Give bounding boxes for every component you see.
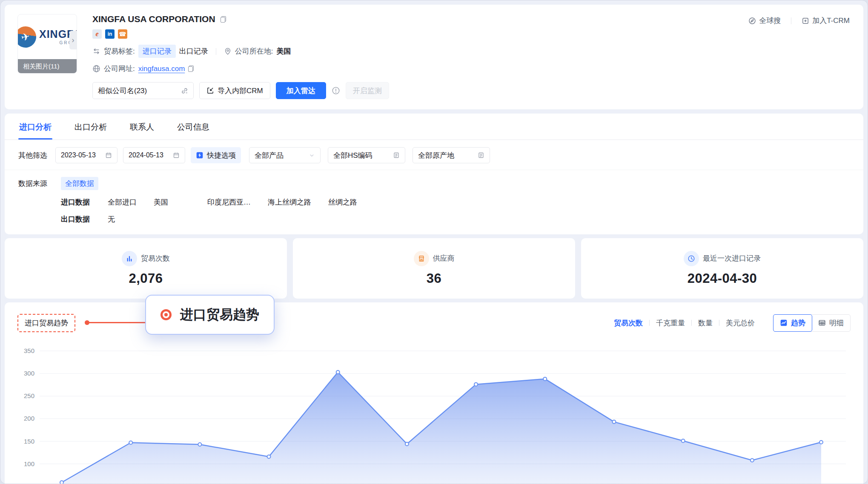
calendar-icon bbox=[173, 152, 180, 159]
similar-companies-button[interactable]: 相似公司名(23) bbox=[92, 82, 194, 99]
divider bbox=[719, 320, 719, 326]
company-header-card: 全球搜 加入T-CRM ✈ XINGFA GROUP 相关图片(11) bbox=[5, 5, 863, 109]
quick-options-button[interactable]: 快捷选项 bbox=[191, 147, 241, 163]
start-monitor-label: 开启监测 bbox=[353, 86, 382, 96]
thumbnail-next-arrow[interactable]: › bbox=[69, 31, 77, 49]
related-images-badge[interactable]: 相关图片(11) bbox=[18, 59, 77, 73]
import-record-tag[interactable]: 进口记录 bbox=[138, 45, 176, 58]
stat-card-trade-count: 贸易次数 2,076 bbox=[5, 238, 287, 299]
metric-quantity[interactable]: 数量 bbox=[698, 318, 713, 328]
location-label: 公司所在地: bbox=[235, 46, 273, 56]
join-tcrm-button[interactable]: 加入T-CRM bbox=[802, 16, 850, 26]
stat-label: 供应商 bbox=[433, 253, 455, 263]
join-tcrm-label: 加入T-CRM bbox=[812, 16, 850, 26]
header-buttons-row: 相似公司名(23) 导入内部CRM 加入雷达 bbox=[92, 82, 389, 99]
phone-icon[interactable]: ☎ bbox=[118, 29, 127, 39]
metric-bar: 贸易次数 千克重量 数量 美元总价 趋势 bbox=[614, 314, 851, 332]
import-item[interactable]: 海上丝绸之路 bbox=[268, 197, 311, 207]
export-record-tag[interactable]: 出口记录 bbox=[179, 46, 208, 56]
linkedin-icon[interactable]: in bbox=[105, 29, 115, 39]
toggle-trend-label: 趋势 bbox=[791, 318, 805, 328]
callout-text: 进口贸易趋势 bbox=[180, 306, 259, 324]
company-logo-thumbnail[interactable]: ✈ XINGFA GROUP 相关图片(11) › bbox=[17, 14, 77, 74]
divider bbox=[791, 17, 791, 24]
toggle-detail-view[interactable]: 明细 bbox=[812, 315, 850, 331]
metric-trade-count[interactable]: 贸易次数 bbox=[614, 318, 643, 328]
hs-code-select[interactable]: 全部HS编码 bbox=[328, 147, 405, 163]
metric-usd-total[interactable]: 美元总价 bbox=[726, 318, 755, 328]
info-icon[interactable] bbox=[332, 86, 340, 95]
global-search-button[interactable]: 全球搜 bbox=[748, 16, 781, 26]
import-trend-card: 进口贸易趋势 进口贸易趋势 贸易次数 千克重量 数量 美元总价 bbox=[5, 302, 863, 484]
company-logo: ✈ XINGFA GROUP bbox=[18, 14, 77, 60]
data-source-label: 数据来源 bbox=[18, 179, 61, 188]
svg-text:250: 250 bbox=[24, 392, 34, 399]
compass-icon bbox=[748, 17, 756, 25]
view-toggle-group: 趋势 明细 bbox=[773, 314, 851, 332]
import-crm-label: 导入内部CRM bbox=[218, 86, 263, 96]
hs-code-value: 全部HS编码 bbox=[333, 151, 372, 160]
stat-card-last-import: 最近一次进口记录 2024-04-30 bbox=[581, 238, 863, 299]
stats-row: 贸易次数 2,076 供应商 36 最近一次进口记录 2024-04-30 bbox=[5, 238, 863, 299]
origin-select[interactable]: 全部原产地 bbox=[413, 147, 490, 163]
data-source-section: 数据来源 全部数据 进口数据 全部进口 美国 印度尼西亚… 海上丝绸之路 丝绸之… bbox=[5, 170, 863, 234]
export-data-value: 无 bbox=[108, 214, 115, 224]
callout-bubble: 进口贸易趋势 bbox=[145, 295, 275, 335]
stat-label: 最近一次进口记录 bbox=[703, 253, 761, 263]
tab-import-analysis[interactable]: 进口分析 bbox=[18, 114, 52, 140]
add-radar-button[interactable]: 加入雷达 bbox=[276, 82, 326, 99]
import-item[interactable]: 丝绸之路 bbox=[328, 197, 357, 207]
date-from-input[interactable]: 2023-05-13 bbox=[55, 147, 117, 163]
top-actions: 全球搜 加入T-CRM bbox=[748, 16, 850, 26]
callout-target-icon bbox=[160, 309, 172, 320]
export-data-label: 出口数据 bbox=[61, 214, 108, 224]
tab-export-analysis[interactable]: 出口分析 bbox=[74, 114, 108, 140]
company-name: XINGFA USA CORPORATION bbox=[92, 14, 215, 24]
logo-globe-plane-icon: ✈ bbox=[17, 24, 38, 49]
document-list-icon bbox=[393, 152, 400, 159]
stat-value: 2,076 bbox=[129, 271, 163, 286]
product-select[interactable]: 全部产品 bbox=[249, 147, 321, 163]
website-social-icon[interactable]: e bbox=[92, 29, 102, 39]
trade-label-title: 贸易标签: bbox=[104, 46, 135, 56]
metric-kg-weight[interactable]: 千克重量 bbox=[656, 318, 685, 328]
tab-bar: 进口分析 出口分析 联系人 公司信息 bbox=[5, 114, 863, 140]
website-link[interactable]: xingfausa.com bbox=[138, 65, 185, 73]
stat-value: 2024-04-30 bbox=[688, 271, 757, 286]
trade-label-row: 贸易标签: 进口记录 出口记录 公司所在地: 美国 bbox=[92, 45, 389, 58]
svg-text:150: 150 bbox=[24, 438, 34, 445]
social-icons: e in ☎ bbox=[92, 29, 389, 39]
clock-icon bbox=[684, 251, 699, 266]
date-from-value: 2023-05-13 bbox=[61, 151, 96, 159]
start-monitor-button[interactable]: 开启监测 bbox=[346, 82, 389, 99]
divider bbox=[649, 320, 650, 326]
global-search-label: 全球搜 bbox=[759, 16, 781, 26]
all-data-tag[interactable]: 全部数据 bbox=[61, 177, 98, 190]
link-icon bbox=[181, 87, 188, 94]
globe-icon bbox=[92, 65, 100, 73]
product-select-value: 全部产品 bbox=[255, 151, 284, 160]
import-item[interactable]: 印度尼西亚… bbox=[207, 197, 251, 207]
company-info: XINGFA USA CORPORATION e in ☎ 贸易标签: 进口记录… bbox=[92, 14, 389, 99]
svg-text:200: 200 bbox=[24, 415, 34, 422]
shop-icon bbox=[414, 251, 429, 266]
toggle-trend-view[interactable]: 趋势 bbox=[773, 314, 812, 332]
tab-contacts[interactable]: 联系人 bbox=[129, 114, 155, 140]
quick-options-icon bbox=[196, 151, 203, 159]
import-trend-area-chart: 0501001502002503003502023-052023-062023-… bbox=[17, 345, 851, 484]
location-pin-icon bbox=[224, 48, 232, 55]
similar-companies-label: 相似公司名(23) bbox=[98, 86, 147, 96]
tab-company-info[interactable]: 公司信息 bbox=[176, 114, 210, 140]
divider bbox=[216, 48, 216, 55]
calendar-icon bbox=[105, 152, 112, 159]
trend-chart-icon bbox=[780, 319, 788, 327]
copy-company-name-icon[interactable] bbox=[221, 16, 226, 23]
add-radar-label: 加入雷达 bbox=[286, 86, 315, 96]
import-item[interactable]: 美国 bbox=[154, 197, 168, 207]
table-icon bbox=[818, 319, 826, 327]
date-to-input[interactable]: 2024-05-13 bbox=[123, 147, 185, 163]
import-crm-button[interactable]: 导入内部CRM bbox=[199, 82, 270, 99]
import-item[interactable]: 全部进口 bbox=[108, 197, 137, 207]
crm-icon bbox=[802, 17, 809, 25]
copy-website-icon[interactable] bbox=[188, 65, 194, 72]
